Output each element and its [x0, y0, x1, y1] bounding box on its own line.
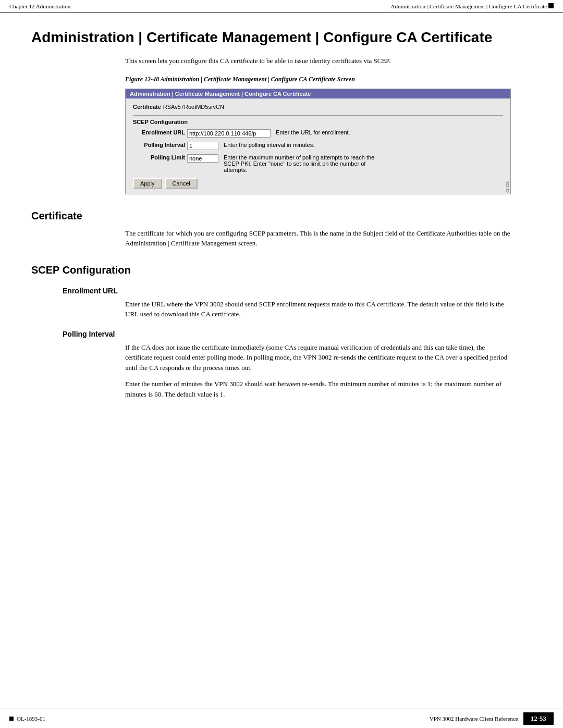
- cancel-button[interactable]: Cancel: [165, 178, 198, 189]
- footer-left-text: OL-1893-01: [17, 715, 45, 722]
- ui-body: Certificate RSAv57RootMD5srvCN SCEP Conf…: [126, 98, 510, 194]
- apply-button[interactable]: Apply: [133, 178, 162, 189]
- enrollment-url-heading: Enrollment URL: [63, 287, 532, 295]
- polling-interval-heading: Polling Interval: [63, 330, 532, 338]
- polling-interval-row: Polling Interval Enter the polling inter…: [133, 142, 503, 150]
- breadcrumb-bar: Administration | Certificate Management …: [390, 3, 554, 9]
- footer-right-text: VPN 3002 Hardware Client Reference: [430, 715, 518, 722]
- polling-limit-label: Polling Limit: [133, 154, 185, 161]
- ui-title-bar: Administration | Certificate Management …: [126, 89, 510, 98]
- polling-label: Polling Interval: [133, 142, 185, 148]
- polling-input[interactable]: [187, 142, 218, 150]
- scep-section-title: SCEP Configuration: [133, 119, 503, 125]
- top-header: Chapter 12 Administration Administration…: [0, 0, 563, 13]
- page-number: 12-53: [523, 712, 554, 725]
- figure-caption: Figure 12-48 Administration | Certificat…: [125, 76, 532, 83]
- page-title: Administration | Certificate Management …: [31, 29, 532, 46]
- footer-right: VPN 3002 Hardware Client Reference 12-53: [430, 712, 554, 725]
- polling-interval-body1: If the CA does not issue the certificate…: [125, 342, 511, 373]
- polling-interval-body2: Enter the number of minutes the VPN 3002…: [125, 379, 511, 399]
- cert-row: Certificate RSAv57RootMD5srvCN: [133, 104, 503, 110]
- certificate-heading: Certificate: [31, 210, 532, 222]
- main-content: Administration | Certificate Management …: [0, 13, 563, 437]
- cert-value: RSAv57RootMD5srvCN: [163, 104, 224, 110]
- footer-left: OL-1893-01: [9, 715, 45, 722]
- footer: OL-1893-01 VPN 3002 Hardware Client Refe…: [0, 709, 563, 728]
- ui-screenshot: Administration | Certificate Management …: [125, 89, 511, 194]
- polling-limit-hint: Enter the maximum number of polling atte…: [224, 154, 380, 173]
- enrollment-input[interactable]: [187, 129, 271, 138]
- header-square-icon: [548, 3, 554, 8]
- enrollment-url-body1: Enter the URL where the VPN 3002 should …: [125, 299, 511, 319]
- certificate-body: The certificate for which you are config…: [125, 228, 511, 249]
- ui-divider: [133, 115, 503, 116]
- enrollment-hint: Enter the URL for enrollment.: [276, 129, 350, 135]
- enrollment-url-row: Enrollment URL Enter the URL for enrollm…: [133, 129, 503, 138]
- ui-buttons: Apply Cancel: [133, 178, 503, 189]
- cert-label: Certificate: [133, 104, 161, 110]
- polling-limit-input[interactable]: [187, 154, 218, 163]
- figure-number: 63-261: [506, 181, 509, 193]
- scep-heading: SCEP Configuration: [31, 264, 532, 276]
- intro-text: This screen lets you configure this CA c…: [125, 57, 532, 65]
- polling-hint: Enter the polling interval in minutes.: [224, 142, 314, 148]
- chapter-label: Chapter 12 Administration: [9, 3, 70, 9]
- footer-square-icon: [9, 717, 14, 721]
- breadcrumb-text: Administration | Certificate Management …: [390, 3, 547, 9]
- polling-limit-row: Polling Limit Enter the maximum number o…: [133, 154, 503, 173]
- enrollment-label: Enrollment URL: [133, 129, 185, 135]
